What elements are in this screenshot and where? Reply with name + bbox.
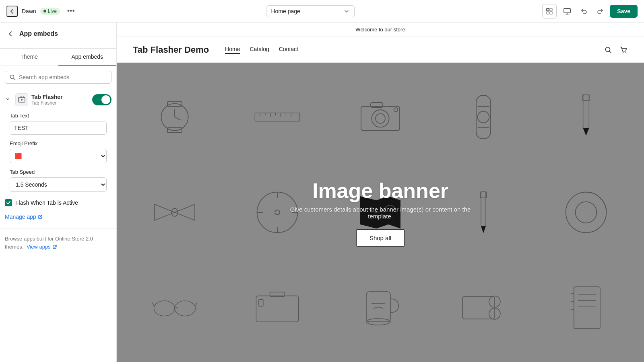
back-button[interactable] bbox=[6, 6, 18, 17]
search-input[interactable] bbox=[19, 74, 107, 80]
toggle-slider bbox=[92, 94, 111, 105]
topbar-actions: Save bbox=[542, 4, 638, 19]
tab-speed-field: Tab Speed 0.5 Seconds 1 Second 1.5 Secon… bbox=[5, 169, 111, 197]
banner-item-notebook bbox=[536, 262, 636, 354]
svg-rect-20 bbox=[255, 113, 300, 121]
app-info: Tab Flasher Tab Flasher bbox=[31, 94, 89, 106]
cart-nav-icon[interactable] bbox=[619, 45, 628, 54]
nav-link-catalog[interactable]: Catalog bbox=[250, 46, 269, 54]
svg-rect-37 bbox=[583, 95, 589, 128]
svg-marker-49 bbox=[481, 226, 486, 233]
tab-text-label: Tab Text bbox=[10, 113, 107, 119]
tab-speed-select[interactable]: 0.5 Seconds 1 Second 1.5 Seconds 2 Secon… bbox=[10, 177, 107, 192]
svg-line-56 bbox=[152, 302, 154, 306]
search-icon bbox=[9, 74, 16, 80]
flash-when-active-checkbox[interactable] bbox=[5, 199, 12, 206]
svg-point-10 bbox=[21, 99, 23, 101]
svg-rect-33 bbox=[476, 95, 491, 139]
banner-item-tape bbox=[536, 166, 636, 258]
emoji-select[interactable]: 🟥 bbox=[10, 149, 107, 163]
topbar-center: Home page bbox=[83, 5, 538, 17]
svg-rect-3 bbox=[550, 12, 552, 14]
nav-link-home[interactable]: Home bbox=[225, 46, 240, 54]
svg-rect-63 bbox=[366, 292, 390, 322]
image-banner: Image banner Give customers details abou… bbox=[117, 63, 644, 362]
flash-when-active-row: Flash When Tab is Active bbox=[0, 197, 116, 212]
select-tool-button[interactable] bbox=[542, 4, 557, 19]
app-enable-toggle[interactable] bbox=[92, 94, 111, 105]
svg-point-42 bbox=[275, 210, 280, 215]
svg-rect-72 bbox=[574, 287, 600, 329]
desktop-view-button[interactable] bbox=[560, 4, 574, 19]
banner-item-watch bbox=[125, 71, 225, 163]
store-nav-icons bbox=[604, 45, 628, 54]
banner-item-bowtie bbox=[125, 166, 225, 258]
svg-line-19 bbox=[175, 117, 180, 120]
app-sub-name: Tab Flasher bbox=[31, 100, 89, 106]
topbar: Dawn Live ••• Home page Save bbox=[0, 0, 644, 23]
banner-button-wrap: Shop all bbox=[280, 229, 481, 247]
banner-item-film-camera bbox=[433, 262, 533, 354]
emoji-prefix-label: Emoji Prefix bbox=[10, 140, 107, 146]
chevron-down-icon[interactable] bbox=[5, 96, 10, 103]
live-label: Live bbox=[48, 8, 57, 14]
view-apps-label: View apps bbox=[27, 244, 51, 250]
banner-title: Image banner bbox=[280, 179, 481, 203]
tab-app-embeds[interactable]: App embeds bbox=[58, 49, 117, 66]
banner-item-lens bbox=[433, 71, 533, 163]
redo-button[interactable] bbox=[594, 5, 607, 18]
back-icon bbox=[7, 31, 14, 37]
store-announcement: Welcome to our store bbox=[117, 23, 644, 37]
search-box bbox=[5, 71, 111, 84]
svg-point-34 bbox=[477, 111, 489, 123]
search-nav-icon[interactable] bbox=[604, 45, 613, 54]
chevron-down-icon bbox=[344, 8, 349, 14]
svg-rect-0 bbox=[547, 8, 549, 11]
svg-rect-66 bbox=[462, 296, 495, 319]
emoji-prefix-field: Emoji Prefix 🟥 bbox=[5, 140, 111, 169]
undo-button[interactable] bbox=[578, 5, 590, 18]
tab-text-input[interactable] bbox=[10, 121, 107, 135]
tab-text-field: Tab Text bbox=[5, 113, 111, 140]
svg-line-8 bbox=[14, 78, 15, 80]
manage-app-link[interactable]: Manage app bbox=[5, 214, 111, 220]
save-button[interactable]: Save bbox=[610, 5, 638, 18]
app-embed-item: Tab Flasher Tab Flasher Tab Text Emoji P… bbox=[0, 88, 116, 197]
emoji-select-wrap: 🟥 bbox=[10, 149, 107, 163]
banner-subtitle: Give customers details about the banner … bbox=[280, 206, 481, 220]
page-selector-text: Home page bbox=[271, 8, 300, 14]
tab-theme[interactable]: Theme bbox=[0, 49, 58, 66]
svg-point-29 bbox=[372, 110, 389, 127]
app-name: Tab Flasher bbox=[31, 94, 89, 100]
manage-app-label: Manage app bbox=[5, 214, 36, 220]
sidebar-back-button[interactable] bbox=[5, 28, 16, 39]
svg-rect-62 bbox=[259, 300, 263, 306]
svg-point-11 bbox=[606, 47, 610, 51]
banner-item-ruler bbox=[228, 71, 328, 163]
app-icon bbox=[15, 93, 28, 106]
undo-icon bbox=[580, 8, 588, 15]
view-apps-link[interactable]: View apps bbox=[27, 244, 57, 250]
svg-rect-17 bbox=[167, 128, 182, 132]
tab-flasher-icon bbox=[18, 96, 26, 104]
svg-line-12 bbox=[610, 51, 611, 53]
page-selector[interactable]: Home page bbox=[266, 5, 355, 17]
search-wrap bbox=[0, 66, 116, 88]
svg-marker-38 bbox=[583, 128, 589, 135]
banner-shop-all-button[interactable]: Shop all bbox=[356, 229, 405, 247]
svg-rect-2 bbox=[547, 12, 549, 14]
sidebar-tabs: Theme App embeds bbox=[0, 49, 116, 66]
svg-point-52 bbox=[576, 202, 597, 223]
store-name: Dawn bbox=[22, 8, 36, 14]
nav-link-contact[interactable]: Contact bbox=[279, 46, 298, 54]
more-button[interactable]: ••• bbox=[64, 5, 78, 17]
divider bbox=[0, 228, 116, 228]
svg-point-13 bbox=[623, 52, 623, 53]
banner-item-vintage-camera bbox=[228, 262, 328, 354]
store-logo: Tab Flasher Demo bbox=[133, 45, 209, 55]
live-badge: Live bbox=[40, 8, 60, 15]
sidebar-header: App embeds bbox=[0, 23, 116, 49]
external-link-icon bbox=[38, 214, 43, 219]
app-embed-header: Tab Flasher Tab Flasher bbox=[5, 93, 111, 106]
topbar-left: Dawn Live ••• bbox=[6, 5, 78, 17]
